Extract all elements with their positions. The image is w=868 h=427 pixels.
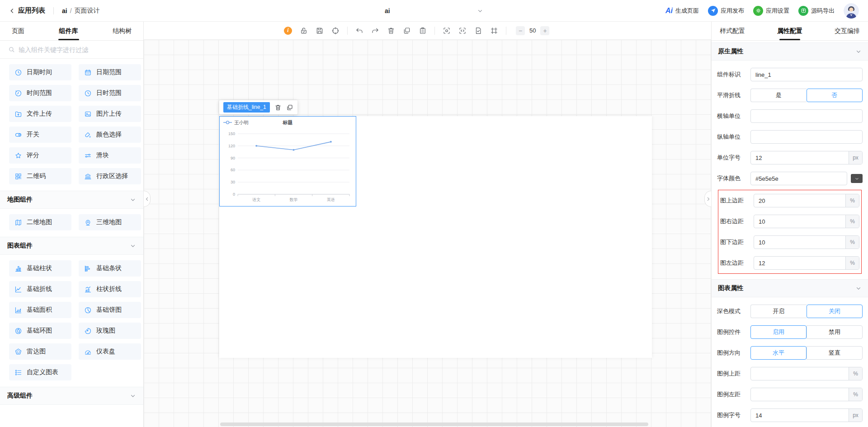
app-settings-label: 应用设置 (766, 7, 789, 15)
unit-addon: % (845, 215, 859, 228)
canvas-toolbar: i − 50 + (144, 22, 711, 40)
horizontal-scrollbar[interactable] (220, 422, 648, 426)
doc-check-icon[interactable] (474, 27, 482, 35)
component-item-map3d[interactable]: 三维地图 (79, 214, 141, 230)
component-item-clock2[interactable]: 时间范围 (9, 85, 71, 101)
tab-interaction-config[interactable]: 交互编排 (835, 22, 860, 40)
component-item-star[interactable]: 评分 (9, 147, 71, 164)
component-item-clock[interactable]: 日期时间 (9, 64, 71, 80)
dark-mode-option-开启[interactable]: 开启 (750, 305, 807, 318)
component-item-cbar[interactable]: 基础柱状 (9, 260, 71, 277)
component-item-color[interactable]: 颜色选择 (79, 127, 141, 143)
component-item-folderup[interactable]: 文件上传 (9, 106, 71, 122)
chart-margin-left-input[interactable]: 12% (754, 256, 859, 270)
search-input[interactable] (19, 46, 135, 53)
inspector-section-原生属性[interactable]: 原生属性 (712, 42, 868, 61)
paste-icon[interactable] (419, 27, 427, 35)
legend-font-size-input[interactable]: 14px (750, 408, 863, 422)
unit-font-size-input[interactable]: 12px (750, 151, 863, 164)
generate-page-button[interactable]: Ai 生成页面 (665, 7, 699, 15)
code-scan-icon[interactable] (458, 27, 467, 35)
legend-control-option-禁用[interactable]: 禁用 (807, 325, 863, 339)
avatar-image (844, 3, 859, 19)
redo-icon[interactable] (371, 27, 379, 35)
breadcrumb-project[interactable]: ai (62, 7, 67, 14)
smooth-line-option-否[interactable]: 否 (807, 89, 863, 102)
chart-margin-bottom-input[interactable]: 10% (754, 235, 859, 249)
component-item-ccustom[interactable]: 自定义图表 (9, 364, 71, 380)
unit-addon: % (849, 388, 862, 401)
cdonut-icon (14, 327, 22, 335)
y-axis-unit-input[interactable] (750, 130, 863, 144)
field-chart-margin-bottom: 图下边距10% (720, 232, 859, 253)
sidebar-section-地图组件[interactable]: 地图组件 (0, 191, 143, 209)
zoom-out-button[interactable]: − (516, 26, 525, 35)
divider (53, 7, 54, 14)
legend-left-input[interactable]: % (750, 388, 863, 401)
undo-icon[interactable] (355, 27, 363, 35)
component-item-chbar[interactable]: 基础条状 (79, 260, 141, 277)
component-item-qrcode[interactable]: 二维码 (9, 168, 71, 184)
frame-icon[interactable] (490, 27, 498, 35)
component-item-switch[interactable]: 开关 (9, 127, 71, 143)
legend-direction-option-竖直[interactable]: 竖直 (807, 346, 863, 360)
copy-icon[interactable] (403, 27, 411, 35)
component-item-crose[interactable]: 玫瑰图 (79, 323, 141, 339)
app-settings-button[interactable]: 应用设置 (753, 6, 789, 16)
crosshair-icon[interactable] (331, 27, 340, 35)
back-button[interactable]: 应用列表 (9, 6, 45, 15)
chart-margin-right-input[interactable]: 10% (754, 215, 859, 228)
dark-mode-option-关闭[interactable]: 关闭 (807, 305, 863, 318)
widget-copy-icon[interactable] (286, 104, 293, 111)
component-item-cgauge[interactable]: 仪表盘 (79, 343, 141, 360)
collapse-right-panel-button[interactable] (704, 191, 711, 207)
widget-delete-icon[interactable] (274, 104, 282, 111)
sidebar-section-高级组件[interactable]: 高级组件 (0, 387, 143, 405)
app-selector[interactable]: ai (382, 5, 486, 16)
design-canvas[interactable]: 基础折线_line_1 0306090120150语文数学英语王小明标题 (144, 40, 711, 427)
clock-icon (84, 89, 92, 97)
focus-scan-icon[interactable] (443, 27, 451, 35)
delete-icon[interactable] (387, 27, 395, 35)
component-item-cradar[interactable]: 雷达图 (9, 343, 71, 360)
component-item-map2d[interactable]: 二维地图 (9, 214, 71, 230)
info-icon[interactable]: i (284, 27, 292, 35)
component-item-cbarline[interactable]: 柱状折线 (79, 281, 141, 297)
tab-pages[interactable]: 页面 (12, 22, 24, 40)
collapse-left-panel-button[interactable] (144, 191, 151, 207)
component-item-calendar[interactable]: 日期范围 (79, 64, 141, 80)
sidebar-section-图表组件[interactable]: 图表组件 (0, 237, 143, 255)
code-export-button[interactable]: 源码导出 (798, 6, 835, 16)
user-avatar[interactable] (844, 3, 859, 19)
app-publish-button[interactable]: 应用发布 (708, 6, 744, 16)
tab-component-library[interactable]: 组件库 (59, 22, 78, 40)
zoom-in-button[interactable]: + (540, 26, 549, 35)
component-item-slider[interactable]: 滑块 (79, 147, 141, 164)
component-item-carea[interactable]: 基础面积 (9, 302, 71, 318)
tab-style-config[interactable]: 样式配置 (720, 22, 745, 40)
legend-top-input[interactable]: % (750, 367, 863, 380)
unlock-check-icon[interactable] (300, 27, 308, 35)
component-item-cdonut[interactable]: 基础环图 (9, 323, 71, 339)
legend-direction-option-水平[interactable]: 水平 (750, 346, 807, 360)
save-icon[interactable] (316, 27, 324, 35)
section-body: 深色模式开启关闭图例控件启用禁用图例方向水平竖直图例上距%图例左距%图例字号14… (712, 297, 868, 427)
component-item-imageup[interactable]: 图片上传 (79, 106, 141, 122)
page-surface[interactable]: 基础折线_line_1 0306090120150语文数学英语王小明标题 (219, 116, 652, 358)
line-chart-widget[interactable]: 基础折线_line_1 0306090120150语文数学英语王小明标题 (219, 116, 356, 206)
chart-margin-top-input[interactable]: 20% (754, 194, 859, 207)
legend-control-option-启用[interactable]: 启用 (750, 325, 807, 339)
tab-property-config[interactable]: 属性配置 (777, 22, 802, 40)
field-label: 图例字号 (717, 411, 750, 419)
font-color-input[interactable]: #5e5e5e (750, 172, 847, 185)
component-item-district[interactable]: 行政区选择 (79, 168, 141, 184)
component-id-input[interactable]: line_1 (750, 68, 863, 81)
x-axis-unit-input[interactable] (750, 109, 863, 123)
smooth-line-option-是[interactable]: 是 (750, 89, 807, 102)
color-dropdown-button[interactable] (851, 174, 863, 183)
inspector-section-图表属性[interactable]: 图表属性 (712, 279, 868, 297)
tab-structure-tree[interactable]: 结构树 (113, 22, 132, 40)
component-item-cpie[interactable]: 基础饼图 (79, 302, 141, 318)
component-item-cline[interactable]: 基础折线 (9, 281, 71, 297)
component-item-clock[interactable]: 日时范围 (79, 85, 141, 101)
